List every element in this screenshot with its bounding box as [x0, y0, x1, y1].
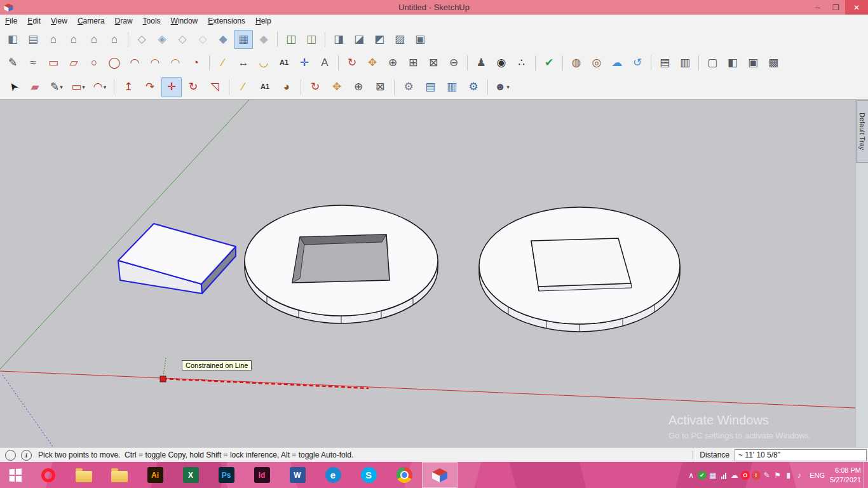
menu-view[interactable]: View: [46, 15, 72, 27]
follow-me-tool[interactable]: ↷: [140, 77, 160, 97]
three-point-arc-tool[interactable]: ◠: [166, 53, 185, 72]
taskbar-skype[interactable]: S: [351, 462, 386, 488]
show-desktop-button[interactable]: [864, 462, 868, 488]
face-style-xray[interactable]: ◇: [132, 30, 151, 49]
menu-file[interactable]: File: [0, 15, 22, 27]
shapes-tool-group[interactable]: ▭▾: [68, 77, 88, 97]
taskbar-illustrator[interactable]: Ai: [137, 462, 173, 488]
tray-update-alert[interactable]: !: [750, 468, 761, 483]
taskbar-file-explorer[interactable]: [66, 462, 102, 488]
taskbar-sketchup[interactable]: [422, 462, 458, 488]
two-point-arc-tool[interactable]: ◠: [146, 53, 165, 72]
zoom-window-tool[interactable]: ⊞: [403, 53, 423, 72]
shadows-toggle[interactable]: ◩: [370, 30, 389, 49]
orbit-tool[interactable]: ↻: [342, 53, 362, 72]
zoom-previous-tool[interactable]: ⊖: [444, 53, 463, 72]
face-style-shaded[interactable]: ◆: [214, 30, 233, 49]
rectangle-tool[interactable]: ▭: [44, 53, 63, 72]
view-right[interactable]: ⌂: [64, 30, 83, 49]
menu-extensions[interactable]: Extensions: [203, 15, 250, 27]
freehand-tool[interactable]: ≈: [24, 53, 43, 72]
orbit-tool-2[interactable]: ↻: [305, 77, 325, 97]
tray-graphics-app[interactable]: ▦: [707, 468, 718, 483]
tray-network[interactable]: [718, 468, 729, 483]
rotate-tool[interactable]: ↻: [183, 77, 203, 97]
face-style-wireframe[interactable]: ◇: [173, 30, 192, 49]
tape-measure-tool[interactable]: ∕: [214, 53, 233, 72]
face-style-back-edges[interactable]: ◈: [153, 30, 172, 49]
eraser-tool[interactable]: ▰: [25, 77, 45, 97]
pan-tool[interactable]: ✥: [363, 53, 382, 72]
create-camera[interactable]: ▢: [703, 53, 722, 72]
menu-draw[interactable]: Draw: [110, 15, 138, 27]
model-box-selected[interactable]: [118, 224, 236, 294]
3d-text-tool[interactable]: A: [315, 53, 334, 72]
protractor-tool[interactable]: ◡: [254, 53, 273, 72]
axes-tool[interactable]: ✛: [295, 53, 314, 72]
viewport-canvas[interactable]: [0, 99, 855, 447]
tray-battery[interactable]: ▮: [783, 468, 794, 483]
zoom-tool[interactable]: ⊕: [383, 53, 402, 72]
taskbar-indesign[interactable]: Id: [244, 462, 280, 488]
move-grip-point[interactable]: [160, 376, 166, 382]
scale-tool[interactable]: ◹: [205, 77, 225, 97]
geolocation-status-icon[interactable]: [5, 450, 16, 461]
taskbar-opera[interactable]: [31, 462, 66, 488]
view-left[interactable]: ⌂: [105, 30, 124, 49]
menu-edit[interactable]: Edit: [22, 15, 46, 27]
pan-tool-2[interactable]: ✥: [327, 77, 347, 97]
solid-inspector-check[interactable]: ✔: [539, 53, 559, 72]
close-button[interactable]: ✕: [845, 0, 868, 15]
maximize-button[interactable]: ❐: [827, 0, 845, 15]
push-pull-tool[interactable]: ↥: [118, 77, 139, 97]
tray-hidden-icons[interactable]: ∧: [686, 468, 696, 483]
tray-defender[interactable]: ✔: [696, 468, 707, 483]
modeling-viewport[interactable]: Constrained on Line Activate Windows Go …: [0, 99, 855, 447]
fog-toggle[interactable]: ▨: [390, 30, 409, 49]
minimize-button[interactable]: –: [808, 0, 827, 15]
section-plane[interactable]: ◫: [281, 30, 301, 49]
menu-window[interactable]: Window: [166, 15, 203, 27]
lock-camera[interactable]: ▩: [764, 53, 783, 72]
taskbar-chrome[interactable]: [386, 462, 422, 488]
language-indicator[interactable]: ENG: [810, 471, 825, 479]
arcs-tool-group[interactable]: ◠▾: [90, 77, 110, 97]
menu-help[interactable]: Help: [250, 15, 276, 27]
arc-tool[interactable]: ◠: [125, 53, 144, 72]
view-iso[interactable]: ◧: [3, 30, 22, 49]
face-style-monochrome[interactable]: ◆: [254, 30, 273, 49]
taskbar-word[interactable]: W: [280, 462, 315, 488]
circle-tool[interactable]: ○: [85, 53, 104, 72]
polygon-tool[interactable]: ◯: [105, 53, 124, 72]
look-through-camera[interactable]: ◧: [723, 53, 742, 72]
clock[interactable]: 6:08 PM 5/27/2021: [830, 466, 861, 484]
display-section-fill[interactable]: ◪: [349, 30, 369, 49]
taskbar-excel[interactable]: X: [173, 462, 208, 488]
context-help-icon[interactable]: i: [21, 450, 32, 461]
zoom-extents-tool[interactable]: ⊠: [424, 53, 443, 72]
dimensions-tool[interactable]: ↔: [234, 53, 253, 72]
taskbar-edge[interactable]: e: [315, 462, 351, 488]
line-tool-group[interactable]: ✎▾: [46, 77, 67, 97]
sign-in-account[interactable]: ☻▾: [492, 77, 512, 97]
tray-pen-input[interactable]: ✎: [761, 468, 772, 483]
taskbar-start[interactable]: [0, 462, 31, 488]
position-camera-tool[interactable]: ♟: [471, 53, 491, 72]
text-tool[interactable]: A1: [275, 53, 294, 72]
default-tray-tab[interactable]: Default Tray: [856, 100, 868, 163]
taskbar-documents-folder[interactable]: [102, 462, 137, 488]
display-section-cuts[interactable]: ◨: [329, 30, 348, 49]
pie-tool[interactable]: ◔: [186, 53, 205, 72]
solid-union[interactable]: ◎: [587, 53, 606, 72]
tape-measure-tool-2[interactable]: ∕: [233, 77, 254, 97]
tray-volume[interactable]: ♪: [794, 468, 804, 483]
tray-onedrive[interactable]: ☁: [729, 468, 740, 483]
menu-tools[interactable]: Tools: [138, 15, 166, 27]
model-sync[interactable]: ↺: [628, 53, 647, 72]
text-tool-2[interactable]: A1: [255, 77, 275, 97]
model-preferences[interactable]: ⚙: [463, 77, 484, 97]
generate-report[interactable]: ▥: [675, 53, 695, 72]
face-style-shaded-with-textures[interactable]: ▦: [234, 30, 253, 49]
rotated-rectangle-tool[interactable]: ▱: [64, 53, 83, 72]
menu-camera[interactable]: Camera: [72, 15, 110, 27]
